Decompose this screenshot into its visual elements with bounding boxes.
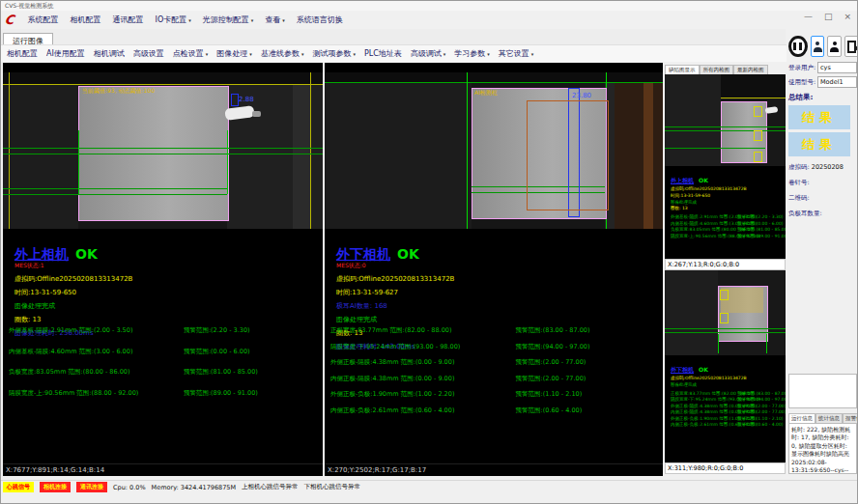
mes-status: MES状态:1: [14, 262, 319, 270]
measurement-row: 内侧正极-负极:2.61mm 范围:(0.60 - 4.00) 预警范围:(0.…: [330, 406, 661, 415]
measurement-main: 内侧正极-隔膜:4.38mm 范围:(0.00 - 9.00): [330, 375, 454, 382]
result-listbox[interactable]: [788, 374, 857, 408]
user-login-button[interactable]: [811, 36, 825, 57]
cursor-position-readout: X:267;Y:13;R:0;G:0;B:0: [665, 259, 786, 270]
toolbar-item[interactable]: 点检设置 ▾: [173, 48, 209, 59]
sidebar-buttons: [788, 36, 858, 57]
measure-value-label: 2.88: [239, 96, 254, 103]
menu-item[interactable]: 相机配置: [71, 14, 101, 25]
pin-number-label: 卷针号:: [788, 179, 857, 187]
toolbar-item-label: 学习参数: [454, 48, 485, 59]
measurement-main: 正极宽度:83.77mm 范围:(82.00 - 88.00): [330, 326, 451, 334]
thumbnail-view-lower[interactable]: 外下相机 OK 虚拟码:Offline2025020813313472B 图像处…: [665, 270, 786, 462]
stylus-tip: [252, 111, 261, 117]
blue-roi-box: [231, 94, 239, 106]
pause-icon: [793, 42, 796, 50]
chevron-down-icon: ▾: [249, 51, 252, 57]
threshold-label: 当前阈值:93, 动态阈值:100: [82, 87, 155, 96]
measurement-warn: 预警范围:(0.00 - 6.00): [737, 221, 784, 226]
measure-value-label: 23.80: [572, 92, 591, 99]
toolbar-item[interactable]: 相机调试: [94, 48, 125, 59]
measurement-warn: 预警范围:(83.00 - 87.00): [516, 326, 590, 335]
tab-alarm-info[interactable]: 报警信息: [843, 413, 858, 423]
measurement-row: 负极宽度:83.05mm 范围:(80.00 - 86.00) 预警范围:(81…: [9, 368, 321, 377]
toolbar-item[interactable]: 高级设置: [133, 48, 164, 59]
measurement-warn: 预警范围:(0.60 - 4.00): [737, 422, 784, 427]
measurement-warn: 预警范围:(2.00 - 77.00): [516, 358, 586, 367]
tab-all-inspect-images[interactable]: 所有内检图: [700, 65, 734, 74]
camera-view-upper[interactable]: 当前阈值:93, 动态阈值:100 2.88 外上相机 OK MES状态:1 虚…: [3, 63, 323, 476]
measurement-warn: 预警范围:(94.00 - 97.00): [737, 397, 786, 402]
menu-item[interactable]: 系统语言切换: [297, 14, 343, 25]
toolbar: 相机配置 AI使用配置 相机调试 高级设置 点检设置 ▾: [1, 44, 791, 62]
toolbar-item[interactable]: 基准线参数 ▾: [261, 48, 304, 59]
login-user-field[interactable]: cys: [817, 62, 857, 73]
measurement-row: 隔膜宽度-上:90.56mm 范围:(88.00 - 92.00) 预警范围:(…: [671, 234, 786, 238]
qr-code-label: 二维码:: [788, 194, 857, 203]
measurement-warn: 预警范围:(2.00 - 77.00): [737, 404, 786, 408]
defect-image-column: 缺陷图显示 所有内检图 最新内检图 外上相机 OK 虚拟码:Off: [665, 63, 786, 476]
toolbar-item[interactable]: 图像处理 ▾: [216, 48, 252, 59]
menu-item[interactable]: 查看 ▾: [265, 14, 285, 25]
toolbar-item[interactable]: AI使用配置: [46, 48, 85, 59]
toolbar-item-label: AI使用配置: [46, 48, 85, 59]
green-guideline: [3, 188, 227, 189]
machine-background: [325, 72, 663, 82]
yellow-marker-box: [720, 313, 729, 323]
tab-defect-display[interactable]: 缺陷图显示: [665, 65, 700, 74]
green-guideline: [665, 148, 765, 149]
menu-item-label: 系统语言切换: [297, 14, 343, 25]
toolbar-item[interactable]: 相机配置: [7, 48, 38, 59]
measurement-row: 外侧正极-负极:1.90mm 范围:(1.00 - 2.20) 预警范围:(1.…: [671, 416, 786, 421]
upper-camera-warning: 上相机心跳信号异常: [242, 483, 299, 491]
thumbnail-view-upper[interactable]: 外上相机 OK 虚拟码:Offline2025020813313472B 时间:…: [665, 74, 786, 259]
measurement-warn: 预警范围:(1.10 - 2.10): [737, 416, 784, 421]
model-field[interactable]: Model1: [817, 76, 857, 88]
tab-run-info[interactable]: 运行信息: [788, 413, 815, 423]
green-guideline: [766, 334, 767, 353]
camera-title: 外上相机: [14, 246, 69, 262]
tab-stat-info[interactable]: 统计信息: [815, 413, 843, 423]
green-guideline: [665, 328, 786, 329]
minimize-icon[interactable]: —: [804, 12, 813, 21]
measurement-warn: 预警范围:(89.00 - 91.00): [184, 389, 258, 398]
toolbar-item-label: 相机调试: [94, 48, 125, 59]
close-icon[interactable]: ×: [844, 12, 851, 21]
window-controls: — □ ×: [804, 12, 851, 21]
measurement-row: 隔膜宽度-下:95.24mm 范围:(93.00 - 98.00) 预警范围:(…: [330, 343, 661, 351]
menu-item[interactable]: 系统配置: [28, 14, 59, 25]
maximize-icon[interactable]: □: [824, 12, 833, 21]
toolbar-item[interactable]: 测试项参数 ▾: [312, 48, 356, 59]
run-log-box[interactable]: 耗时: 222, 缺陷检测耗时: 17, 缺陷分类耗时: 0, 缺陷提取分区耗时…: [788, 423, 857, 474]
measurement-warn: 预警范围:(0.60 - 4.00): [516, 406, 583, 415]
timestamp: 时间:13-31-59-627: [336, 288, 659, 297]
yellow-marker-box: [754, 130, 762, 141]
result-ok: OK: [699, 366, 708, 373]
menu-item[interactable]: 光源控制配置 ▾: [203, 14, 254, 25]
machine-background: [293, 72, 310, 229]
exit-button[interactable]: [844, 36, 858, 57]
user-manage-button[interactable]: [827, 36, 842, 57]
measurement-warn: 预警范围:(2.00 - 77.00): [516, 375, 586, 383]
orange-roi-box: [527, 100, 609, 210]
virtual-code: 虚拟码:Offline2025020813313472B: [14, 274, 319, 284]
menu-item[interactable]: IO卡配置 ▾: [156, 14, 191, 25]
toolbar-item[interactable]: PLC地址表: [364, 48, 402, 59]
measurement-row: 正极宽度:83.77mm 范围:(82.00 - 88.00) 预警范围:(83…: [330, 326, 661, 335]
camera-image-lower: AI检测框 23.80: [325, 72, 663, 229]
menu-item-label: 光源控制配置: [203, 14, 249, 25]
tab-latest-inspect-images[interactable]: 最新内检图: [733, 65, 768, 74]
toolbar-item[interactable]: 学习参数 ▾: [454, 48, 490, 59]
measurement-row: 外侧基板-隔膜:2.91mm 范围:(2.00 - 3.50) 预警范围:(2.…: [671, 214, 786, 219]
toolbar-item[interactable]: 高级调试 ▾: [411, 48, 446, 59]
camera-view-lower[interactable]: AI检测框 23.80 外下相机 OK MES状态:0 虚拟码:Offline2…: [325, 63, 663, 476]
info-tabs: 运行信息 统计信息 报警信息: [788, 412, 857, 423]
menu-item[interactable]: 通讯配置: [113, 14, 144, 25]
memory-usage: Memory: 3424.41796875M: [152, 484, 237, 491]
process-done: 图像处理完成: [671, 200, 786, 207]
toolbar-item[interactable]: 其它设置 ▾: [499, 48, 534, 59]
measurement-warn: 预警范围:(0.00 - 6.00): [184, 348, 250, 356]
green-guideline: [3, 154, 323, 154]
cpu-usage: Cpu: 0.0%: [113, 484, 146, 491]
pause-button[interactable]: [788, 36, 808, 57]
